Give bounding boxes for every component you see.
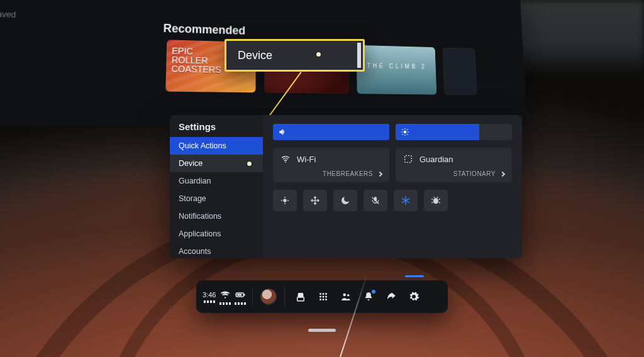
dock-battery[interactable] bbox=[235, 289, 246, 305]
chevron-right-icon bbox=[500, 171, 505, 176]
svg-line-7 bbox=[402, 134, 403, 135]
volume-icon bbox=[278, 128, 287, 136]
people-icon bbox=[340, 291, 352, 302]
toggle-bug-report[interactable] bbox=[424, 190, 448, 211]
settings-nav: Settings Quick Actions Device Guardian S… bbox=[170, 115, 263, 258]
toggle-mic-mute[interactable] bbox=[364, 190, 387, 211]
svg-line-28 bbox=[434, 197, 435, 198]
svg-point-45 bbox=[347, 294, 350, 297]
svg-line-27 bbox=[439, 202, 440, 203]
wifi-icon bbox=[280, 154, 291, 164]
svg-point-43 bbox=[325, 299, 327, 300]
dock-store[interactable] bbox=[291, 287, 310, 306]
svg-line-29 bbox=[437, 197, 438, 198]
share-icon bbox=[386, 291, 397, 302]
svg-point-36 bbox=[323, 293, 325, 295]
svg-line-25 bbox=[439, 199, 440, 199]
svg-point-37 bbox=[325, 293, 327, 295]
guardian-value: Stationary bbox=[453, 170, 496, 177]
svg-point-40 bbox=[325, 296, 327, 298]
settings-panel: Settings Quick Actions Device Guardian S… bbox=[170, 115, 522, 258]
nav-notifications[interactable]: Notifications bbox=[170, 207, 263, 225]
svg-point-11 bbox=[283, 199, 286, 202]
dock: 3:46 bbox=[196, 280, 448, 313]
guardian-icon bbox=[403, 154, 413, 164]
nav-guardian[interactable]: Guardian bbox=[170, 172, 263, 190]
svg-point-30 bbox=[225, 297, 226, 298]
dock-profile[interactable] bbox=[259, 287, 278, 306]
avatar bbox=[260, 288, 277, 305]
brightness-icon bbox=[401, 128, 409, 136]
chevron-right-icon bbox=[377, 171, 382, 176]
svg-rect-10 bbox=[405, 156, 412, 163]
battery-icon bbox=[235, 289, 246, 300]
callout-device: Device bbox=[225, 39, 365, 72]
nav-applications[interactable]: Applications bbox=[170, 225, 263, 243]
svg-line-6 bbox=[407, 134, 408, 135]
svg-point-9 bbox=[285, 162, 286, 163]
volume-slider[interactable] bbox=[273, 124, 389, 140]
brightness-slider[interactable] bbox=[396, 124, 512, 140]
gear-icon bbox=[408, 291, 419, 302]
svg-line-26 bbox=[431, 202, 433, 203]
apps-icon bbox=[318, 291, 329, 302]
guardian-card[interactable]: Guardian Stationary bbox=[396, 148, 512, 182]
notification-dot bbox=[372, 290, 375, 294]
dock-share[interactable] bbox=[382, 287, 401, 306]
wifi-icon bbox=[219, 289, 231, 300]
toggle-cool[interactable] bbox=[394, 190, 418, 211]
wifi-card[interactable]: Wi-Fi THEBREAKERS bbox=[273, 148, 389, 182]
dock-settings[interactable] bbox=[404, 287, 423, 306]
dock-wifi[interactable] bbox=[219, 289, 231, 305]
pointer-dot-icon bbox=[316, 52, 321, 57]
guardian-label: Guardian bbox=[419, 155, 453, 164]
svg-point-38 bbox=[319, 296, 321, 298]
toggle-passthrough[interactable] bbox=[303, 190, 327, 211]
svg-rect-34 bbox=[297, 297, 304, 301]
pointer-dot-icon bbox=[247, 162, 252, 166]
svg-point-0 bbox=[404, 131, 407, 134]
svg-line-24 bbox=[431, 199, 433, 199]
svg-point-42 bbox=[323, 299, 325, 300]
quick-toggle-row bbox=[273, 190, 512, 211]
svg-line-8 bbox=[407, 129, 408, 130]
svg-point-35 bbox=[319, 293, 321, 295]
volume-fill bbox=[273, 124, 389, 140]
toggle-brightness[interactable] bbox=[273, 190, 297, 211]
dock-apps[interactable] bbox=[314, 287, 333, 306]
store-icon bbox=[295, 291, 306, 302]
svg-point-41 bbox=[319, 299, 321, 300]
svg-point-39 bbox=[323, 296, 325, 298]
home-handle[interactable] bbox=[308, 329, 336, 332]
svg-rect-33 bbox=[237, 294, 242, 295]
dock-accent bbox=[405, 275, 424, 277]
wifi-label: Wi-Fi bbox=[297, 155, 316, 164]
wifi-value: THEBREAKERS bbox=[323, 170, 373, 177]
store-heading: Recommended bbox=[163, 22, 245, 38]
dock-clock[interactable]: 3:46 bbox=[203, 291, 216, 303]
store-nav-item[interactable]: Saved bbox=[0, 9, 49, 21]
svg-point-44 bbox=[343, 294, 347, 297]
svg-line-5 bbox=[402, 129, 403, 130]
store-tile[interactable]: THE CLIMB 2 bbox=[356, 45, 436, 95]
nav-storage[interactable]: Storage bbox=[170, 190, 263, 207]
nav-accounts[interactable]: Accounts bbox=[170, 243, 263, 258]
nav-device[interactable]: Device bbox=[170, 155, 263, 172]
callout-label: Device bbox=[238, 49, 272, 62]
nav-quick-actions[interactable]: Quick Actions bbox=[170, 137, 263, 155]
store-tile[interactable] bbox=[443, 48, 477, 96]
toggle-night-mode[interactable] bbox=[333, 190, 357, 211]
dock-people[interactable] bbox=[336, 287, 355, 306]
settings-title: Settings bbox=[170, 121, 263, 137]
svg-rect-32 bbox=[244, 294, 245, 295]
